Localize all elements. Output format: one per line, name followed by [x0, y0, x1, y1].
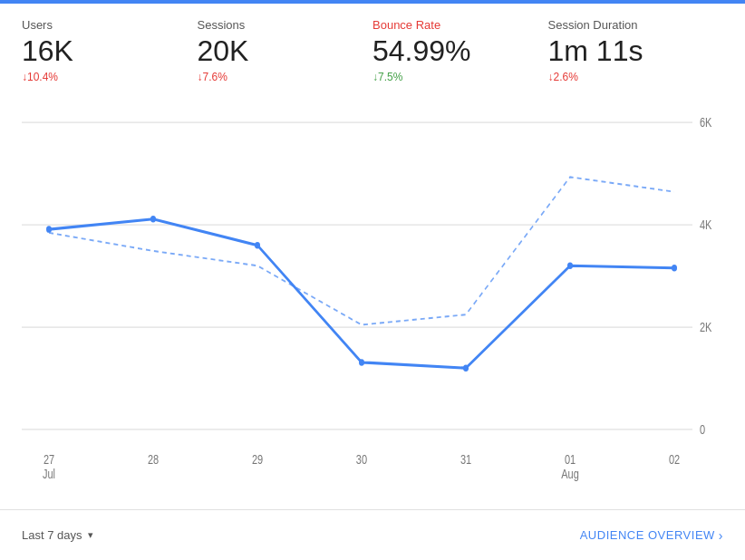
- metric-users-value: 16K: [22, 35, 179, 67]
- svg-text:Jul: Jul: [43, 468, 55, 481]
- metric-bounce-change: ↓7.5%: [372, 71, 530, 83]
- svg-text:01: 01: [565, 453, 576, 467]
- svg-text:29: 29: [252, 453, 263, 467]
- metric-duration-change: ↓2.6%: [548, 71, 706, 83]
- svg-text:02: 02: [669, 453, 680, 467]
- metric-users: Users 16K ↓10.4%: [22, 18, 198, 83]
- metric-bounce-rate: Bounce Rate 54.99% ↓7.5%: [372, 18, 548, 83]
- audience-overview-link[interactable]: AUDIENCE OVERVIEW ›: [580, 528, 723, 543]
- chevron-right-icon: ›: [719, 528, 723, 543]
- svg-text:2K: 2K: [700, 321, 712, 334]
- metric-bounce-label: Bounce Rate: [372, 18, 530, 32]
- metric-duration-value: 1m 11s: [548, 35, 706, 67]
- svg-point-19: [255, 242, 260, 249]
- svg-text:0: 0: [700, 423, 705, 437]
- date-range-label: Last 7 days: [22, 528, 82, 542]
- metric-session-duration: Session Duration 1m 11s ↓2.6%: [548, 18, 724, 83]
- bottom-bar: Last 7 days ▾ AUDIENCE OVERVIEW ›: [0, 509, 745, 560]
- metric-sessions-label: Sessions: [198, 18, 355, 32]
- svg-point-23: [672, 265, 677, 272]
- svg-text:6K: 6K: [700, 116, 712, 130]
- metric-sessions-value: 20K: [198, 35, 355, 67]
- metric-sessions: Sessions 20K ↓7.6%: [198, 18, 373, 83]
- metric-users-change: ↓10.4%: [22, 71, 179, 83]
- svg-point-21: [463, 365, 469, 372]
- metric-sessions-change: ↓7.6%: [198, 71, 355, 83]
- chart-svg: 6K 4K 2K 0 27 Jul 28 29 30 31 01 Aug 02: [22, 100, 723, 509]
- metric-users-label: Users: [22, 18, 179, 32]
- svg-text:31: 31: [460, 453, 471, 467]
- svg-text:27: 27: [44, 453, 54, 467]
- svg-text:28: 28: [148, 453, 159, 467]
- svg-text:30: 30: [356, 453, 367, 467]
- metric-bounce-value: 54.99%: [372, 35, 530, 67]
- chart-area: 6K 4K 2K 0 27 Jul 28 29 30 31 01 Aug 02: [0, 100, 745, 509]
- metrics-row: Users 16K ↓10.4% Sessions 20K ↓7.6% Boun…: [0, 4, 745, 91]
- metric-duration-label: Session Duration: [548, 18, 706, 32]
- svg-point-20: [359, 359, 364, 366]
- svg-text:4K: 4K: [700, 218, 712, 232]
- date-range-selector[interactable]: Last 7 days ▾: [22, 528, 93, 542]
- svg-point-22: [567, 263, 573, 270]
- svg-point-17: [46, 226, 52, 233]
- svg-point-18: [150, 216, 156, 223]
- svg-text:Aug: Aug: [561, 468, 579, 481]
- audience-overview-label: AUDIENCE OVERVIEW: [580, 528, 715, 542]
- chevron-down-icon: ▾: [88, 529, 93, 541]
